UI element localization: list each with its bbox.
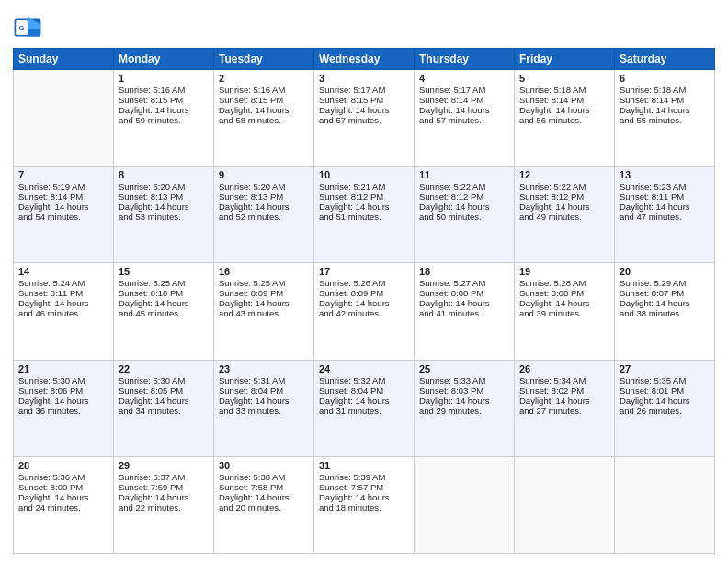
calendar-cell: 2Sunrise: 5:16 AMSunset: 8:15 PMDaylight… — [214, 70, 314, 167]
day-info: and 53 minutes. — [119, 212, 209, 222]
calendar-cell: 3Sunrise: 5:17 AMSunset: 8:15 PMDaylight… — [314, 70, 415, 167]
day-info: Daylight: 14 hours — [419, 105, 509, 115]
calendar-cell: 15Sunrise: 5:25 AMSunset: 8:10 PMDayligh… — [114, 263, 214, 360]
day-info: Sunset: 8:14 PM — [519, 95, 609, 105]
day-number: 2 — [219, 73, 309, 84]
day-info: Sunset: 8:05 PM — [119, 385, 209, 396]
day-info: Sunset: 8:07 PM — [620, 288, 710, 298]
calendar-week-5: 28Sunrise: 5:36 AMSunset: 8:00 PMDayligh… — [14, 456, 715, 553]
day-info: and 18 minutes. — [319, 502, 409, 512]
day-info: Daylight: 14 hours — [219, 396, 309, 406]
day-number: 12 — [519, 169, 609, 180]
calendar-cell: 9Sunrise: 5:20 AMSunset: 8:13 PMDaylight… — [214, 167, 314, 263]
day-info: Sunrise: 5:29 AM — [620, 278, 710, 288]
page: G SundayMondayTuesdayWednesdayThursdayFr… — [0, 0, 728, 563]
day-number: 1 — [119, 73, 209, 84]
day-info: Sunset: 7:59 PM — [119, 482, 209, 492]
day-info: Sunset: 8:15 PM — [119, 95, 209, 105]
day-info: Sunrise: 5:17 AM — [319, 85, 409, 95]
day-info: Sunset: 8:09 PM — [219, 288, 309, 298]
day-info: Sunset: 8:13 PM — [119, 191, 209, 201]
day-info: Daylight: 14 hours — [319, 492, 409, 502]
calendar-week-1: 1Sunrise: 5:16 AMSunset: 8:15 PMDaylight… — [14, 70, 715, 167]
calendar-cell — [615, 456, 715, 553]
day-info: and 56 minutes. — [519, 115, 609, 125]
day-info: Sunrise: 5:22 AM — [519, 181, 609, 191]
day-info: Daylight: 14 hours — [419, 396, 509, 406]
day-info: Sunrise: 5:18 AM — [620, 85, 710, 95]
day-number: 19 — [519, 266, 609, 277]
day-info: Sunset: 8:13 PM — [219, 191, 309, 201]
day-info: Sunset: 8:06 PM — [18, 385, 108, 396]
calendar-cell: 24Sunrise: 5:32 AMSunset: 8:04 PMDayligh… — [314, 360, 415, 456]
calendar-table: SundayMondayTuesdayWednesdayThursdayFrid… — [13, 48, 715, 554]
calendar-cell: 30Sunrise: 5:38 AMSunset: 7:58 PMDayligh… — [214, 456, 314, 553]
day-info: Daylight: 14 hours — [319, 396, 409, 406]
day-info: Sunset: 8:11 PM — [620, 191, 710, 201]
day-info: Sunrise: 5:31 AM — [219, 375, 309, 385]
day-number: 28 — [18, 460, 108, 471]
calendar-cell: 7Sunrise: 5:19 AMSunset: 8:14 PMDaylight… — [14, 167, 114, 263]
day-info: and 33 minutes. — [219, 406, 309, 416]
day-info: Sunset: 8:14 PM — [419, 95, 509, 105]
day-info: Sunset: 8:04 PM — [319, 385, 409, 396]
day-number: 24 — [319, 363, 409, 374]
day-info: Sunrise: 5:27 AM — [419, 278, 509, 288]
day-info: Daylight: 14 hours — [18, 201, 108, 212]
day-info: and 38 minutes. — [620, 308, 710, 318]
day-info: Daylight: 14 hours — [319, 201, 409, 212]
day-info: Sunrise: 5:23 AM — [620, 181, 710, 191]
day-info: Daylight: 14 hours — [319, 298, 409, 308]
day-info: Sunset: 8:11 PM — [18, 288, 108, 298]
calendar-cell: 6Sunrise: 5:18 AMSunset: 8:14 PMDaylight… — [615, 70, 715, 167]
day-info: and 34 minutes. — [119, 406, 209, 416]
day-info: Sunrise: 5:32 AM — [319, 375, 409, 385]
day-number: 31 — [319, 460, 409, 471]
day-info: and 49 minutes. — [519, 212, 609, 222]
svg-text:G: G — [18, 24, 24, 32]
day-info: Sunrise: 5:21 AM — [319, 181, 409, 191]
calendar-cell — [415, 456, 515, 553]
day-number: 4 — [419, 73, 509, 84]
day-info: Sunrise: 5:39 AM — [319, 472, 409, 482]
day-info: and 46 minutes. — [18, 308, 108, 318]
day-info: and 42 minutes. — [319, 308, 409, 318]
day-info: Sunrise: 5:19 AM — [18, 181, 108, 191]
calendar-cell: 12Sunrise: 5:22 AMSunset: 8:12 PMDayligh… — [515, 167, 615, 263]
day-number: 5 — [519, 73, 609, 84]
day-number: 30 — [219, 460, 309, 471]
day-info: Daylight: 14 hours — [519, 105, 609, 115]
day-number: 29 — [119, 460, 209, 471]
day-number: 22 — [119, 363, 209, 374]
day-info: Daylight: 14 hours — [620, 201, 710, 212]
day-info: and 57 minutes. — [319, 115, 409, 125]
calendar-header-row: SundayMondayTuesdayWednesdayThursdayFrid… — [14, 49, 715, 70]
day-number: 14 — [18, 266, 108, 277]
day-info: Sunrise: 5:25 AM — [219, 278, 309, 288]
day-info: and 45 minutes. — [119, 308, 209, 318]
day-info: Sunset: 8:08 PM — [419, 288, 509, 298]
calendar-cell: 8Sunrise: 5:20 AMSunset: 8:13 PMDaylight… — [114, 167, 214, 263]
col-header-saturday: Saturday — [615, 49, 715, 70]
day-number: 27 — [620, 363, 710, 374]
day-info: Sunrise: 5:20 AM — [219, 181, 309, 191]
day-number: 16 — [219, 266, 309, 277]
day-info: Sunset: 8:04 PM — [219, 385, 309, 396]
day-number: 9 — [219, 169, 309, 180]
calendar-cell: 19Sunrise: 5:28 AMSunset: 8:08 PMDayligh… — [515, 263, 615, 360]
day-number: 3 — [319, 73, 409, 84]
calendar-cell: 25Sunrise: 5:33 AMSunset: 8:03 PMDayligh… — [415, 360, 515, 456]
calendar-cell: 21Sunrise: 5:30 AMSunset: 8:06 PMDayligh… — [14, 360, 114, 456]
day-info: and 50 minutes. — [419, 212, 509, 222]
calendar-cell: 26Sunrise: 5:34 AMSunset: 8:02 PMDayligh… — [515, 360, 615, 456]
day-info: Daylight: 14 hours — [419, 298, 509, 308]
day-number: 21 — [18, 363, 108, 374]
day-info: Sunrise: 5:18 AM — [519, 85, 609, 95]
day-number: 18 — [419, 266, 509, 277]
day-info: Sunset: 8:15 PM — [319, 95, 409, 105]
day-info: and 51 minutes. — [319, 212, 409, 222]
day-info: Daylight: 14 hours — [620, 298, 710, 308]
day-info: and 27 minutes. — [519, 406, 609, 416]
day-info: Sunrise: 5:30 AM — [119, 375, 209, 385]
calendar-cell: 11Sunrise: 5:22 AMSunset: 8:12 PMDayligh… — [415, 167, 515, 263]
